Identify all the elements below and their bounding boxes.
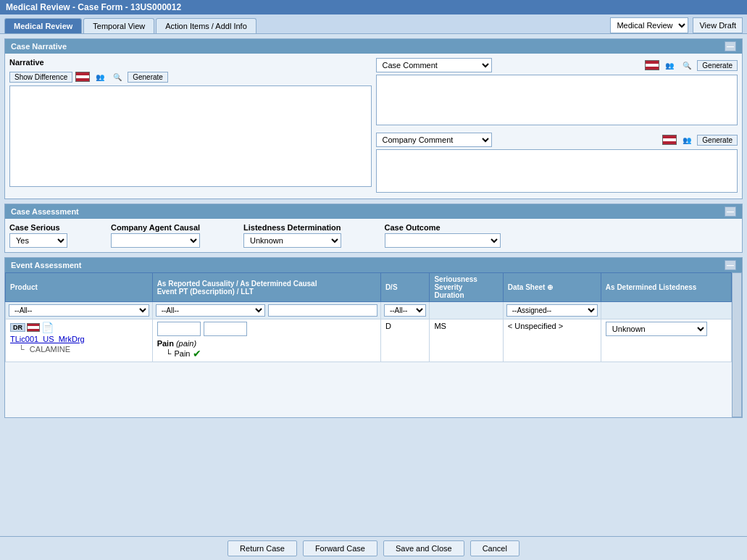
case-narrative-title: Case Narrative <box>11 42 67 51</box>
case-serious-select[interactable]: Yes No <box>9 233 67 248</box>
product-icons: DR 📄 <box>10 322 148 333</box>
col-seriousness: Seriousness Severity Duration <box>430 273 503 302</box>
narrative-left: Narrative Show Difference 👥 🔍 Generate <box>9 58 372 194</box>
zoom-icon-case-comment[interactable]: 🔍 <box>680 59 694 72</box>
narrative-toolbar: Narrative <box>9 58 372 68</box>
main-content: Case Narrative — Narrative Show Differen… <box>0 34 747 525</box>
llt-check-icon: ✔ <box>193 348 201 359</box>
ds-filter-select[interactable]: --All-- <box>384 304 427 317</box>
case-comment-dropdown[interactable]: Case Comment <box>376 58 492 72</box>
flag-icon-company-comment[interactable] <box>662 135 677 145</box>
view-draft-button[interactable]: View Draft <box>693 17 743 33</box>
case-assessment-header: Case Assessment — <box>5 204 742 219</box>
assessment-fields-row: Case Serious Yes No Company Agent Causal… <box>9 223 738 248</box>
col-listedness: As Determined Listedness <box>601 273 731 302</box>
top-dropdown[interactable]: Medical Review <box>610 17 688 33</box>
collapse-event-button[interactable]: — <box>725 260 736 270</box>
people-icon-narrative[interactable]: 👥 <box>93 70 107 83</box>
narrative-label: Narrative <box>9 58 44 67</box>
filter-seriousness-cell <box>430 302 503 319</box>
zoom-icon-narrative[interactable]: 🔍 <box>110 70 125 83</box>
listedness-row-select[interactable]: Unknown Listed Unlisted <box>606 322 707 336</box>
listedness-field: Listedness Determination Unknown Listed … <box>243 223 341 248</box>
people-icon-company-comment[interactable]: 👥 <box>680 133 694 146</box>
causality-cell: Pain (pain) └ Pain ✔ <box>152 319 380 362</box>
window-title: Medical Review - Case Form - 13US000012 <box>6 2 181 12</box>
tab-temporal-view[interactable]: Temporal View <box>83 18 154 33</box>
datasheet-cell: < Unspecified > <box>503 319 601 362</box>
case-serious-label: Case Serious <box>9 223 67 232</box>
filter-datasheet-cell: --Assigned-- <box>503 302 601 319</box>
collapse-narrative-button[interactable]: — <box>725 41 736 51</box>
filter-product-cell: --All-- <box>6 302 153 319</box>
generate-company-comment-button[interactable]: Generate <box>697 135 738 146</box>
case-outcome-label: Case Outcome <box>385 223 501 232</box>
reported-causality-input[interactable] <box>157 322 201 336</box>
product-filter-select[interactable]: --All-- <box>9 304 149 317</box>
case-assessment-body: Case Serious Yes No Company Agent Causal… <box>5 219 742 252</box>
product-cell: DR 📄 TLic001_US_MrkDrg └ CALAMINE <box>6 319 153 362</box>
event-assessment-title: Event Assessment <box>11 261 81 269</box>
listedness-select[interactable]: Unknown Listed Unlisted <box>243 233 341 248</box>
table-row: DR 📄 TLic001_US_MrkDrg └ CALAMINE <box>6 319 732 362</box>
case-outcome-field: Case Outcome Recovered Not Recovered Fat… <box>385 223 501 248</box>
filter-row: --All-- --All-- <box>6 302 732 319</box>
company-comment-textarea[interactable] <box>376 149 738 193</box>
tab-bar: Medical Review Temporal View Action Item… <box>0 14 747 34</box>
generate-narrative-button[interactable]: Generate <box>128 72 168 83</box>
narrative-row: Narrative Show Difference 👥 🔍 Generate <box>9 58 738 194</box>
product-name[interactable]: TLic001_US_MrkDrg <box>10 335 148 343</box>
flag-icon-narrative[interactable] <box>75 72 90 82</box>
event-assessment-header: Event Assessment — <box>5 258 742 272</box>
llt-label: Pain <box>174 349 190 358</box>
filter-causality-cell: --All-- <box>152 302 380 319</box>
case-comment-textarea[interactable] <box>376 75 738 125</box>
company-agent-causal-field: Company Agent Causal Yes No <box>111 223 200 248</box>
tab-right-controls: Medical Review View Draft <box>610 17 743 33</box>
narrative-right: Case Comment 👥 🔍 Generate Comp <box>376 58 738 194</box>
ds-cell: D <box>380 319 430 362</box>
event-table: Product As Reported Causality / As Deter… <box>5 272 732 362</box>
listedness-cell: Unknown Listed Unlisted <box>601 319 731 362</box>
event-description: Pain (pain) <box>157 339 376 348</box>
narrative-textarea[interactable] <box>9 85 372 187</box>
seriousness-cell: MS <box>430 319 503 362</box>
tab-action-items[interactable]: Action Items / Addl Info <box>156 18 256 33</box>
case-assessment-panel: Case Assessment — Case Serious Yes No Co… <box>4 204 743 253</box>
col-datasheet: Data Sheet ⊕ <box>503 273 601 302</box>
product-calamine: CALAMINE <box>30 345 70 354</box>
col-causality: As Reported Causality / As Determined Ca… <box>152 273 380 302</box>
dr-badge: DR <box>10 323 25 332</box>
case-narrative-panel: Case Narrative — Narrative Show Differen… <box>4 38 743 199</box>
title-bar: Medical Review - Case Form - 13US000012 <box>0 0 747 14</box>
tab-medical-review[interactable]: Medical Review <box>4 18 82 33</box>
causality-filter-select[interactable]: --All-- <box>156 304 265 317</box>
case-serious-field: Case Serious Yes No <box>9 223 67 248</box>
datasheet-filter-select[interactable]: --Assigned-- <box>506 304 598 317</box>
col-ds: D/S <box>380 273 430 302</box>
company-comment-dropdown[interactable]: Company Comment <box>376 133 492 147</box>
doc-icon: 📄 <box>41 322 54 333</box>
col-product: Product <box>6 273 153 302</box>
filter-listedness-cell <box>601 302 731 319</box>
case-assessment-title: Case Assessment <box>11 207 79 216</box>
company-agent-causal-select[interactable]: Yes No <box>111 233 200 248</box>
determined-causality-input[interactable] <box>204 322 247 336</box>
flag-icon-case-comment[interactable] <box>645 60 659 70</box>
case-narrative-body: Narrative Show Difference 👥 🔍 Generate <box>5 54 742 198</box>
show-difference-button[interactable]: Show Difference <box>9 72 72 83</box>
case-comment-row: Case Comment 👥 🔍 Generate <box>376 58 738 72</box>
event-assessment-body: Product As Reported Causality / As Deter… <box>5 272 742 417</box>
company-comment-row: Company Comment 👥 Generate <box>376 133 738 147</box>
people-icon-case-comment[interactable]: 👥 <box>662 59 677 72</box>
case-outcome-select[interactable]: Recovered Not Recovered Fatal <box>385 233 501 248</box>
event-scrollbar[interactable] <box>732 272 742 417</box>
collapse-assessment-button[interactable]: — <box>725 206 736 217</box>
case-narrative-header: Case Narrative — <box>5 39 742 54</box>
filter-ds-cell: --All-- <box>380 302 430 319</box>
generate-case-comment-button[interactable]: Generate <box>697 60 738 71</box>
causality-filter-input[interactable] <box>268 304 377 317</box>
product-info: DR 📄 TLic001_US_MrkDrg └ CALAMINE <box>10 322 148 354</box>
llt-row: └ Pain ✔ <box>166 348 376 359</box>
narrative-controls: Show Difference 👥 🔍 Generate <box>9 70 372 83</box>
